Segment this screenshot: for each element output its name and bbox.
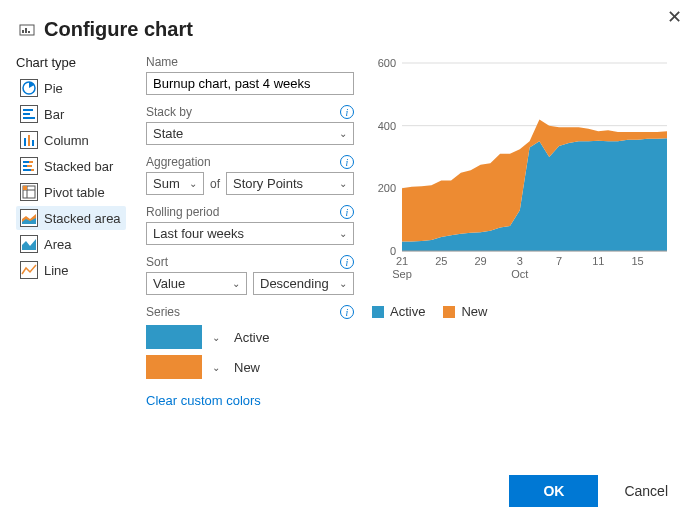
chart-type-stacked-area[interactable]: Stacked area <box>16 206 126 230</box>
svg-text:200: 200 <box>378 182 396 194</box>
rolling-select[interactable]: Last four weeks⌄ <box>146 222 354 245</box>
stacked-area-icon <box>20 209 38 227</box>
info-icon[interactable]: i <box>340 255 354 269</box>
chart-type-title: Chart type <box>16 55 126 70</box>
chevron-down-icon: ⌄ <box>339 178 347 189</box>
stackby-select[interactable]: State⌄ <box>146 122 354 145</box>
svg-rect-3 <box>28 31 30 33</box>
svg-rect-20 <box>23 186 27 190</box>
svg-rect-9 <box>28 135 30 146</box>
chevron-down-icon[interactable]: ⌄ <box>212 362 220 373</box>
stackby-label: Stack by <box>146 105 192 119</box>
name-label: Name <box>146 55 178 69</box>
svg-rect-8 <box>24 138 26 146</box>
svg-rect-2 <box>25 28 27 33</box>
stacked-bar-icon <box>20 157 38 175</box>
chevron-down-icon: ⌄ <box>339 228 347 239</box>
svg-text:25: 25 <box>435 255 447 267</box>
info-icon[interactable]: i <box>340 155 354 169</box>
bar-icon <box>20 105 38 123</box>
svg-rect-10 <box>32 140 34 146</box>
chart-type-stacked-bar[interactable]: Stacked bar <box>16 154 126 178</box>
chart-type-label: Pivot table <box>44 185 105 200</box>
aggregation-label: Aggregation <box>146 155 211 169</box>
info-icon[interactable]: i <box>340 205 354 219</box>
aggregation-of: of <box>210 177 220 191</box>
svg-text:Oct: Oct <box>511 268 528 280</box>
chart-svg: 020040060021Sep25293Oct71115 <box>372 55 672 285</box>
svg-rect-13 <box>23 165 27 167</box>
chart-type-column[interactable]: Column <box>16 128 126 152</box>
configure-chart-icon <box>18 21 36 39</box>
dialog-header: Configure chart <box>0 0 694 51</box>
svg-text:Sep: Sep <box>392 268 412 280</box>
area-icon <box>20 235 38 253</box>
ok-button[interactable]: OK <box>509 475 598 507</box>
chart-type-line[interactable]: Line <box>16 258 126 282</box>
chart-type-label: Bar <box>44 107 64 122</box>
pivot-table-icon <box>20 183 38 201</box>
chart-legend: Active New <box>372 304 684 319</box>
legend-item-active: Active <box>372 304 425 319</box>
chart-type-label: Area <box>44 237 71 252</box>
chart-type-label: Stacked area <box>44 211 121 226</box>
dialog-title: Configure chart <box>44 18 193 41</box>
chevron-down-icon[interactable]: ⌄ <box>212 332 220 343</box>
svg-rect-5 <box>23 109 33 111</box>
info-icon[interactable]: i <box>340 305 354 319</box>
chart-type-pivot-table[interactable]: Pivot table <box>16 180 126 204</box>
chart-type-bar[interactable]: Bar <box>16 102 126 126</box>
svg-rect-1 <box>22 30 24 33</box>
legend-swatch <box>443 306 455 318</box>
svg-text:7: 7 <box>556 255 562 267</box>
svg-text:21: 21 <box>396 255 408 267</box>
pie-icon <box>20 79 38 97</box>
svg-rect-12 <box>29 161 33 163</box>
legend-swatch <box>372 306 384 318</box>
svg-rect-6 <box>23 113 30 115</box>
series-label: Series <box>146 305 180 319</box>
rolling-label: Rolling period <box>146 205 219 219</box>
chevron-down-icon: ⌄ <box>189 178 197 189</box>
svg-rect-7 <box>23 117 35 119</box>
sort-field-select[interactable]: Value⌄ <box>146 272 247 295</box>
legend-item-new: New <box>443 304 487 319</box>
svg-rect-11 <box>23 161 29 163</box>
series-item-label: Active <box>234 330 269 345</box>
info-icon[interactable]: i <box>340 105 354 119</box>
aggregation-func-select[interactable]: Sum⌄ <box>146 172 204 195</box>
svg-rect-15 <box>23 169 31 171</box>
svg-text:11: 11 <box>592 255 604 267</box>
dialog-footer: OK Cancel <box>509 475 674 507</box>
svg-rect-14 <box>27 165 32 167</box>
sort-dir-select[interactable]: Descending⌄ <box>253 272 354 295</box>
chevron-down-icon: ⌄ <box>232 278 240 289</box>
column-icon <box>20 131 38 149</box>
aggregation-field-select[interactable]: Story Points⌄ <box>226 172 354 195</box>
series-row-active: ⌄ Active <box>146 325 354 349</box>
chart-preview: 020040060021Sep25293Oct71115 Active New <box>372 55 684 408</box>
chart-type-pie[interactable]: Pie <box>16 76 126 100</box>
chart-type-area[interactable]: Area <box>16 232 126 256</box>
chart-type-sidebar: Chart type Pie Bar Column Stacked bar <box>16 55 126 408</box>
close-button[interactable]: ✕ <box>667 6 682 28</box>
chart-config-form: Name Stack by i State⌄ Aggregation i Sum… <box>146 55 354 408</box>
chevron-down-icon: ⌄ <box>339 128 347 139</box>
svg-text:3: 3 <box>517 255 523 267</box>
series-item-label: New <box>234 360 260 375</box>
svg-text:400: 400 <box>378 120 396 132</box>
chart-type-label: Pie <box>44 81 63 96</box>
cancel-button[interactable]: Cancel <box>618 482 674 500</box>
line-icon <box>20 261 38 279</box>
chart-type-label: Column <box>44 133 89 148</box>
name-input[interactable] <box>146 72 354 95</box>
clear-custom-colors-link[interactable]: Clear custom colors <box>146 393 261 408</box>
svg-text:600: 600 <box>378 57 396 69</box>
chart-type-label: Line <box>44 263 69 278</box>
series-swatch[interactable] <box>146 355 202 379</box>
series-swatch[interactable] <box>146 325 202 349</box>
series-row-new: ⌄ New <box>146 355 354 379</box>
sort-label: Sort <box>146 255 168 269</box>
chevron-down-icon: ⌄ <box>339 278 347 289</box>
svg-text:29: 29 <box>474 255 486 267</box>
